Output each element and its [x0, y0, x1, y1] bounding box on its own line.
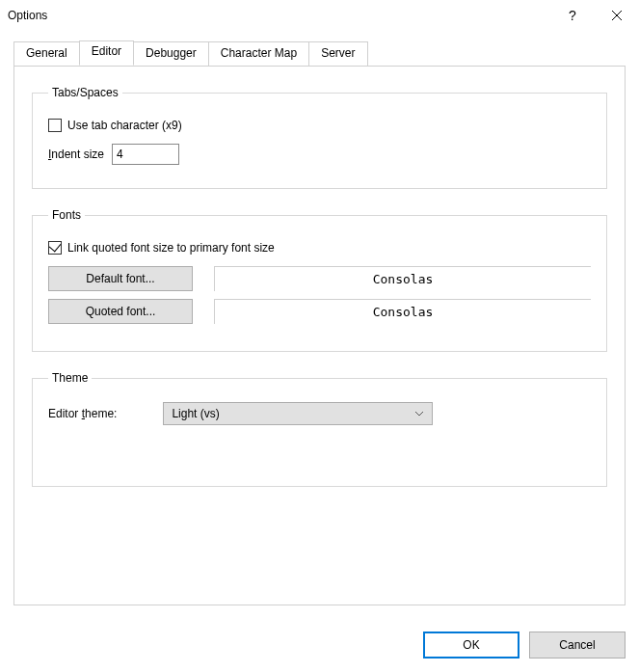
default-font-display: Consolas [214, 266, 591, 291]
dialog-footer: OK Cancel [423, 632, 626, 659]
theme-legend: Theme [48, 371, 92, 385]
help-button[interactable]: ? [550, 0, 595, 31]
link-font-size-label[interactable]: Link quoted font size to primary font si… [67, 241, 275, 255]
indent-size-label[interactable]: Indent size [48, 148, 104, 161]
tab-panel-editor: Tabs/Spaces Use tab character (x9) Inden… [13, 66, 626, 605]
editor-theme-label[interactable]: Editor theme: [48, 407, 117, 420]
tab-strip: General Editor Debugger Character Map Se… [13, 40, 626, 66]
titlebar: Options ? [0, 0, 639, 31]
tabs-spaces-legend: Tabs/Spaces [48, 86, 122, 99]
editor-theme-value: Light (vs) [172, 407, 414, 420]
tab-general[interactable]: General [13, 41, 80, 67]
quoted-font-button[interactable]: Quoted font... [48, 299, 193, 324]
tab-character-map[interactable]: Character Map [208, 41, 309, 67]
tabs-spaces-group: Tabs/Spaces Use tab character (x9) Inden… [32, 86, 607, 189]
use-tab-checkbox[interactable] [48, 119, 62, 132]
cancel-button[interactable]: Cancel [529, 632, 626, 659]
window-title: Options [8, 9, 47, 22]
link-font-size-checkbox[interactable] [48, 241, 62, 255]
tab-server[interactable]: Server [308, 41, 367, 67]
ok-button[interactable]: OK [423, 632, 519, 659]
indent-size-input[interactable] [112, 144, 179, 165]
fonts-group: Fonts Link quoted font size to primary f… [32, 208, 607, 352]
theme-group: Theme Editor theme: Light (vs) [32, 371, 607, 487]
editor-theme-select[interactable]: Light (vs) [163, 402, 433, 425]
quoted-font-display: Consolas [214, 299, 591, 324]
fonts-legend: Fonts [48, 208, 85, 222]
tab-editor[interactable]: Editor [79, 40, 134, 66]
default-font-button[interactable]: Default font... [48, 266, 193, 291]
close-button[interactable] [595, 0, 639, 31]
tab-debugger[interactable]: Debugger [133, 41, 209, 67]
chevron-down-icon [414, 411, 424, 417]
close-icon [611, 10, 623, 21]
use-tab-label[interactable]: Use tab character (x9) [67, 119, 182, 132]
